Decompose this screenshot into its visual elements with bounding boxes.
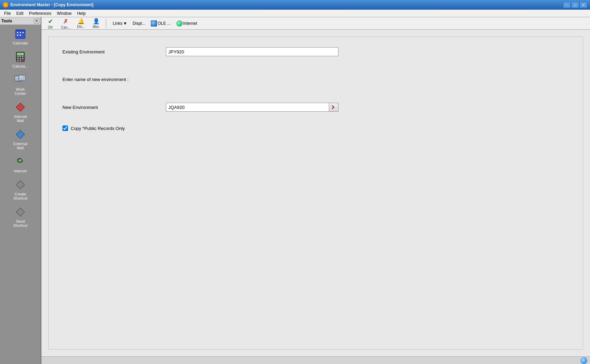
svg-point-30 [19,159,21,161]
svg-rect-8 [17,53,24,55]
external-mail-icon [14,128,27,141]
svg-rect-11 [22,56,23,57]
new-environment-input-wrapper [166,103,338,112]
about-label: Abo. [92,25,100,29]
display-label: Dis... [77,25,85,29]
sidebar-title: Tools [1,19,12,23]
svg-rect-5 [17,34,18,36]
sidebar-item-workcenter[interactable]: WorkCenter [0,71,41,98]
workcenter-icon [14,74,27,86]
svg-rect-15 [17,60,19,61]
app-container: Environment Master - [Copy Environment] … [0,0,590,364]
sidebar-label-internet: Internet [14,169,27,173]
display2-label: Displ... [133,21,146,26]
checkbox-row: Copy *Public Records Only [62,125,569,131]
display-button[interactable]: 🔔 Dis... [74,17,88,30]
sidebar-label-calculator: Calcula... [12,64,28,68]
sidebar-item-create-shortcut[interactable]: CreateShortcut [0,176,41,203]
copy-public-records-label: Copy *Public Records Only [71,126,125,131]
ok-button[interactable]: ✔ OK [43,17,57,30]
menu-window[interactable]: Window [54,10,75,17]
calculator-icon [14,51,27,63]
svg-marker-27 [16,103,24,111]
svg-rect-12 [17,58,19,59]
instruction-label: Enter name of new environment : [62,77,129,82]
svg-rect-4 [22,32,24,33]
sidebar-item-calendar[interactable]: Calendar [0,25,41,48]
cancel-button[interactable]: ✗ Can... [59,17,73,30]
new-environment-input[interactable] [166,103,329,112]
sidebar-item-calculator[interactable]: Calcula... [0,48,41,71]
svg-rect-14 [22,58,23,59]
svg-marker-28 [16,130,24,139]
sidebar-header: Tools ✕ [0,17,41,25]
main-layout: Tools ✕ Calendar [0,17,590,364]
maximize-button[interactable]: □ [571,2,579,8]
toolbar: ✔ OK ✗ Can... 🔔 Dis... 👤 Abo. [41,17,590,30]
copy-public-records-checkbox[interactable] [62,125,68,131]
ole-label: OLE ... [158,21,170,26]
sidebar-item-internet[interactable]: Internet [0,153,41,176]
new-environment-field: New Environment [62,103,569,112]
cancel-label: Can... [61,26,70,29]
menu-preferences[interactable]: Preferences [26,10,54,17]
ok-label: OK [48,26,53,29]
status-globe-icon [580,357,587,364]
menu-edit[interactable]: Edit [13,10,26,17]
svg-rect-2 [17,32,18,33]
menu-bar: File Edit Preferences Window Help [0,10,590,17]
ok-icon: ✔ [48,18,53,25]
display2-button[interactable]: Displ... [130,20,148,27]
inner-window: ✔ OK ✗ Can... 🔔 Dis... 👤 Abo. [41,17,590,364]
calendar-icon [14,28,27,40]
svg-rect-16 [20,60,21,61]
display-icon: 🔔 [78,18,85,24]
svg-rect-26 [20,78,24,78]
sidebar-item-internal-mail[interactable]: InternalMail [0,98,41,125]
form-container: Existing Environment Enter name of new e… [41,30,590,356]
sidebar-label-send-shortcut: SendShortcut [13,219,28,228]
form-inner: Existing Environment Enter name of new e… [48,37,583,350]
internet-icon [14,155,27,168]
minimize-button[interactable]: − [563,2,571,8]
new-environment-label: New Environment [62,105,159,110]
send-shortcut-icon [14,206,27,218]
sidebar-item-external-mail[interactable]: ExternalMail [0,125,41,153]
sidebar-close-button[interactable]: ✕ [34,19,39,23]
existing-environment-input[interactable] [166,47,338,56]
new-environment-browse-button[interactable] [329,103,338,112]
svg-rect-10 [20,56,21,57]
title-bar-controls: − □ ✕ [563,2,587,8]
toolbar-separator [106,19,106,28]
links-area: Links ▼ Displ... OLE ... Internet [110,19,200,28]
svg-rect-25 [20,76,22,77]
sidebar-item-send-shortcut[interactable]: SendShortcut [0,203,41,230]
existing-environment-field: Existing Environment [62,47,569,56]
sidebar-label-external-mail: ExternalMail [13,142,27,150]
menu-help[interactable]: Help [74,10,88,17]
links-button[interactable]: Links ▼ [110,20,130,27]
internet-toolbar-button[interactable]: Internet [174,19,200,28]
svg-rect-9 [17,56,19,57]
close-button[interactable]: ✕ [580,2,587,8]
internal-mail-icon [14,101,27,113]
ole-icon [151,20,157,27]
about-icon: 👤 [93,18,100,24]
instruction-text: Enter name of new environment : [62,77,569,82]
status-bar [41,356,590,364]
ole-button[interactable]: OLE ... [148,19,173,28]
svg-rect-20 [16,77,18,78]
sidebar-label-calendar: Calendar [13,41,28,45]
sidebar-label-workcenter: WorkCenter [14,87,26,95]
internet-label: Internet [183,21,197,26]
svg-marker-32 [16,208,24,216]
create-shortcut-icon [14,179,27,191]
internet-toolbar-icon [176,20,183,27]
about-button[interactable]: 👤 Abo. [89,17,103,30]
browse-icon [331,105,336,110]
menu-file[interactable]: File [1,10,13,17]
title-bar-text: Environment Master - [Copy Environment] [10,2,94,7]
cancel-icon: ✗ [63,18,68,25]
title-bar-left: Environment Master - [Copy Environment] [3,2,94,8]
links-label: Links [113,21,122,26]
